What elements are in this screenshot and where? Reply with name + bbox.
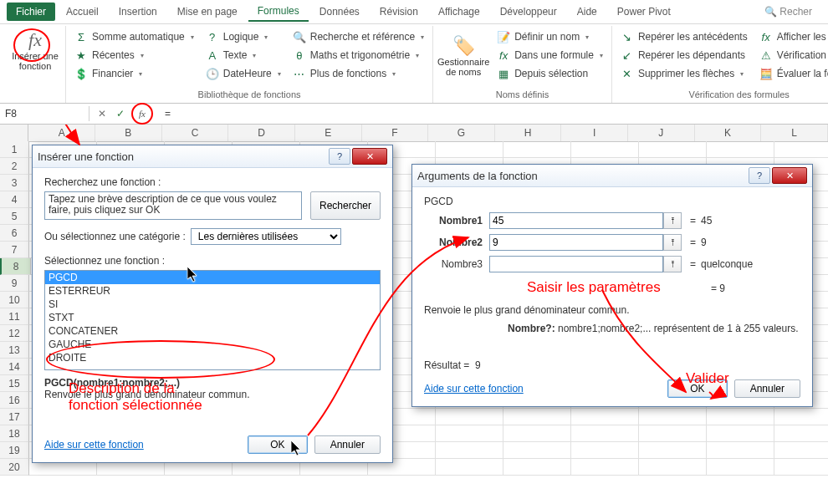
row-header[interactable]: 20 bbox=[0, 459, 29, 476]
col-header[interactable]: D bbox=[228, 125, 295, 141]
financial-button[interactable]: 💲Financier▾ bbox=[71, 64, 197, 83]
tab-powerpivot[interactable]: Power Pivot bbox=[608, 3, 680, 21]
col-header[interactable]: E bbox=[295, 125, 362, 141]
tab-affichage[interactable]: Affichage bbox=[429, 3, 489, 21]
row-header[interactable]: 18 bbox=[0, 425, 29, 442]
cell[interactable] bbox=[436, 409, 503, 425]
fx-formula-icon[interactable]: fx bbox=[131, 103, 153, 125]
show-formulas-button[interactable]: fxAfficher les formu bbox=[756, 28, 828, 46]
row-header[interactable]: 2 bbox=[0, 158, 29, 175]
autosum-button[interactable]: ΣSomme automatique▾ bbox=[71, 28, 197, 46]
col-header[interactable]: C bbox=[162, 125, 229, 141]
arg3-input[interactable] bbox=[489, 256, 663, 272]
use-in-formula-button[interactable]: fxDans une formule▾ bbox=[493, 46, 606, 64]
cell[interactable] bbox=[774, 409, 828, 425]
accept-formula-icon[interactable]: ✓ bbox=[113, 106, 128, 121]
more-functions-button[interactable]: ⋯Plus de fonctions▾ bbox=[289, 64, 427, 83]
tab-developpeur[interactable]: Développeur bbox=[491, 3, 566, 21]
row-header[interactable]: 8 bbox=[0, 258, 31, 275]
cell[interactable] bbox=[503, 442, 571, 459]
row-header[interactable]: 16 bbox=[0, 392, 29, 409]
from-selection-button[interactable]: ▦Depuis sélection bbox=[493, 64, 606, 83]
trace-precedents-button[interactable]: ↘Repérer les antécédents bbox=[617, 28, 751, 46]
logic-button[interactable]: ?Logique▾ bbox=[202, 28, 284, 46]
help-link[interactable]: Aide sur cette fonction bbox=[44, 439, 144, 451]
cell[interactable] bbox=[639, 141, 707, 158]
cell[interactable] bbox=[774, 425, 828, 442]
row-header[interactable]: 19 bbox=[0, 442, 29, 459]
col-header[interactable]: L bbox=[761, 125, 828, 141]
col-header[interactable]: F bbox=[362, 125, 429, 141]
tab-formules[interactable]: Formules bbox=[248, 2, 309, 22]
cancel-button[interactable]: Annuler bbox=[314, 435, 381, 454]
text-button[interactable]: ATexte▾ bbox=[202, 46, 284, 64]
list-item[interactable]: CONCATENER bbox=[45, 324, 380, 338]
cancel-formula-icon[interactable]: ✕ bbox=[95, 106, 110, 121]
row-header[interactable]: 4 bbox=[0, 191, 29, 208]
error-check-button[interactable]: ⚠Vérification des er bbox=[756, 46, 828, 64]
arg1-input[interactable] bbox=[489, 212, 663, 229]
tab-mise-en-page[interactable]: Mise en page bbox=[168, 3, 247, 21]
col-header[interactable]: B bbox=[95, 125, 162, 141]
tab-donnees[interactable]: Données bbox=[310, 3, 369, 21]
datetime-button[interactable]: 🕒DateHeure▾ bbox=[202, 64, 284, 83]
dialog-titlebar[interactable]: Insérer une fonction ? ✕ bbox=[33, 145, 392, 168]
cell[interactable] bbox=[503, 459, 571, 476]
cell[interactable] bbox=[436, 425, 503, 442]
cell[interactable] bbox=[707, 409, 774, 425]
row-header[interactable]: 15 bbox=[0, 375, 29, 392]
tab-insertion[interactable]: Insertion bbox=[110, 3, 166, 21]
cell[interactable] bbox=[571, 459, 639, 476]
cell[interactable] bbox=[436, 459, 503, 476]
cell[interactable] bbox=[571, 409, 639, 425]
insert-function-button[interactable]: fx Insérer une fonction bbox=[10, 28, 60, 71]
row-header[interactable]: 3 bbox=[0, 175, 29, 191]
cell[interactable] bbox=[503, 409, 571, 425]
row-header[interactable]: 1 bbox=[0, 141, 29, 158]
lookup-button[interactable]: 🔍Recherche et référence▾ bbox=[289, 28, 427, 46]
cell[interactable] bbox=[639, 459, 707, 476]
cell[interactable] bbox=[707, 442, 774, 459]
tab-accueil[interactable]: Accueil bbox=[57, 3, 108, 21]
cell[interactable] bbox=[774, 459, 828, 476]
cell[interactable] bbox=[707, 425, 774, 442]
evaluate-formula-button[interactable]: 🧮Évaluer la formule bbox=[756, 64, 828, 83]
cell[interactable] bbox=[639, 442, 707, 459]
cell[interactable] bbox=[503, 141, 571, 158]
tab-revision[interactable]: Révision bbox=[371, 3, 427, 21]
name-manager-button[interactable]: 🏷️ Gestionnaire de noms bbox=[438, 28, 488, 83]
name-box[interactable]: F8 bbox=[0, 106, 89, 121]
row-header[interactable]: 17 bbox=[0, 409, 29, 425]
recent-button[interactable]: ★Récentes▾ bbox=[71, 46, 197, 64]
cell[interactable] bbox=[774, 442, 828, 459]
list-item[interactable]: PGCD bbox=[45, 271, 380, 284]
remove-arrows-button[interactable]: ✕Supprimer les flèches▾ bbox=[617, 64, 751, 83]
dialog-titlebar[interactable]: Arguments de la fonction ? ✕ bbox=[412, 165, 812, 187]
select-all-corner[interactable] bbox=[0, 125, 28, 141]
cell[interactable] bbox=[774, 141, 828, 158]
cell[interactable] bbox=[503, 425, 571, 442]
cell[interactable] bbox=[571, 425, 639, 442]
arg2-input[interactable] bbox=[489, 234, 663, 251]
col-header[interactable]: A bbox=[28, 125, 95, 141]
list-item[interactable]: SI bbox=[45, 298, 380, 311]
category-select[interactable]: Les dernières utilisées bbox=[191, 228, 341, 245]
row-header[interactable]: 7 bbox=[0, 242, 29, 258]
col-header[interactable]: I bbox=[561, 125, 628, 141]
ref-selector-icon[interactable]: ⭱ bbox=[663, 212, 682, 229]
cell[interactable] bbox=[707, 141, 774, 158]
row-header[interactable]: 6 bbox=[0, 225, 29, 242]
cell[interactable] bbox=[571, 442, 639, 459]
cancel-button[interactable]: Annuler bbox=[734, 379, 800, 398]
ref-selector-icon[interactable]: ⭱ bbox=[663, 234, 682, 251]
cell[interactable] bbox=[571, 141, 639, 158]
tab-fichier[interactable]: Fichier bbox=[7, 3, 55, 21]
close-button[interactable]: ✕ bbox=[772, 167, 807, 184]
tab-aide[interactable]: Aide bbox=[568, 3, 606, 21]
col-header[interactable]: J bbox=[628, 125, 695, 141]
row-header[interactable]: 10 bbox=[0, 292, 29, 308]
row-header[interactable]: 11 bbox=[0, 308, 29, 325]
col-header[interactable]: H bbox=[495, 125, 562, 141]
cell[interactable] bbox=[436, 442, 503, 459]
col-header[interactable]: G bbox=[428, 125, 495, 141]
